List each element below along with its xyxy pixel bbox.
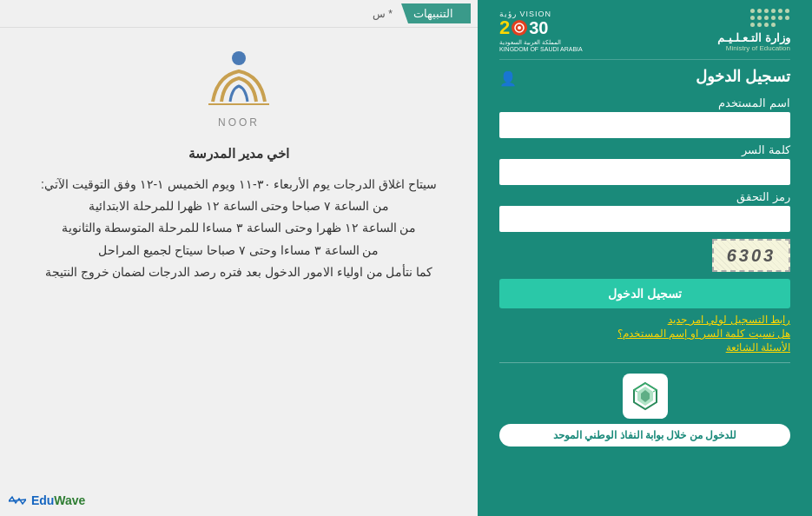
new-register-link[interactable]: رابط التسجيل لولي امر جديد	[499, 314, 790, 326]
vision-2030-numbers: 2 30	[499, 18, 549, 37]
right-panel: رؤية VISION 2 30 المملكة العربية السعودي…	[478, 0, 812, 516]
eduwave-icon	[9, 495, 26, 507]
moe-english-name: Ministry of Education	[726, 44, 790, 52]
vision-num-right: 30	[529, 19, 548, 36]
links-area: رابط التسجيل لولي امر جديد هل نسيت كلمة …	[499, 314, 790, 355]
notification-bar: * س التنبيهات	[0, 0, 478, 28]
vision-num-left: 2	[499, 18, 510, 37]
nfp-area: للدخول من خلال بوابة النفاذ الوطني الموح…	[499, 374, 790, 447]
announcement-line-3: من الساعة ١٢ ظهرا وحتى الساعة ٣ مساءا لل…	[41, 217, 437, 239]
header-logos: رؤية VISION 2 30 المملكة العربية السعودي…	[499, 0, 790, 60]
noor-logo-area: NOOR	[191, 45, 287, 129]
login-button[interactable]: تسجيل الدخول	[499, 279, 790, 308]
username-input[interactable]	[499, 112, 790, 138]
password-input[interactable]	[499, 159, 790, 185]
captcha-label: رمز التحقق	[499, 190, 790, 203]
captcha-area: 6303	[499, 239, 790, 272]
notification-tab[interactable]: التنبيهات	[401, 3, 471, 23]
svg-marker-2	[9, 497, 26, 504]
moe-arabic-name: وزارة التـعـلـيـم	[717, 31, 790, 44]
forgot-link[interactable]: هل نسيت كلمة السر او إسم المستخدم؟	[499, 327, 790, 340]
vision-circle	[512, 20, 527, 36]
moe-logo: وزارة التـعـلـيـم Ministry of Education	[717, 9, 790, 52]
captcha-value: 6303	[727, 246, 776, 266]
divider	[499, 362, 790, 363]
left-panel: * س التنبيهات NOOR اخي مدير المدرسة سيتا…	[0, 0, 478, 516]
password-label: كلمة السر	[499, 143, 790, 156]
announcement-line-5: كما نتأمل من اولياء الامور الدخول بعد فت…	[41, 261, 437, 283]
moe-dots-pattern	[750, 9, 790, 28]
announcement-line-2: من الساعة ٧ صباحا وحتى الساعة ١٢ ظهرا لل…	[41, 195, 437, 217]
vision-arabic-sub: المملكة العربية السعودية	[499, 39, 561, 46]
svg-point-0	[232, 51, 246, 65]
announcement-line-1: سيتاح اغلاق الدرجات يوم الأربعاء ٣٠-١١ و…	[41, 174, 437, 195]
captcha-input[interactable]	[499, 206, 790, 232]
user-label: * س	[373, 8, 393, 20]
announcement: اخي مدير المدرسة سيتاح اغلاق الدرجات يوم…	[15, 142, 463, 283]
nfp-gem-icon	[630, 381, 660, 411]
nfp-button[interactable]: للدخول من خلال بوابة النفاذ الوطني الموح…	[499, 424, 790, 447]
faq-link[interactable]: الأسئلة الشائعة	[499, 341, 790, 354]
user-icon: 👤	[499, 70, 517, 87]
login-title: تسجيل الدخول	[696, 67, 790, 86]
eduwave-logo: EduWave	[9, 493, 85, 507]
noor-text: NOOR	[218, 116, 260, 129]
svg-point-4	[518, 26, 521, 30]
vision-2030-logo: رؤية VISION 2 30 المملكة العربية السعودي…	[499, 10, 583, 52]
captcha-image: 6303	[712, 239, 790, 272]
eduwave-wave: Wave	[54, 493, 85, 507]
nfp-icon-box	[623, 374, 668, 419]
username-label: اسم المستخدم	[499, 96, 790, 109]
login-title-row: 👤 تسجيل الدخول	[499, 67, 790, 89]
announcement-title: اخي مدير المدرسة	[41, 142, 437, 165]
eduwave-text: Edu	[31, 493, 54, 507]
noor-logo-svg	[191, 45, 287, 115]
announcement-line-4: من الساعة ٣ مساءا وحتى ٧ صباحا سيتاح لجم…	[41, 240, 437, 261]
vision-english-sub: KINGDOM OF SAUDI ARABIA	[499, 46, 583, 52]
